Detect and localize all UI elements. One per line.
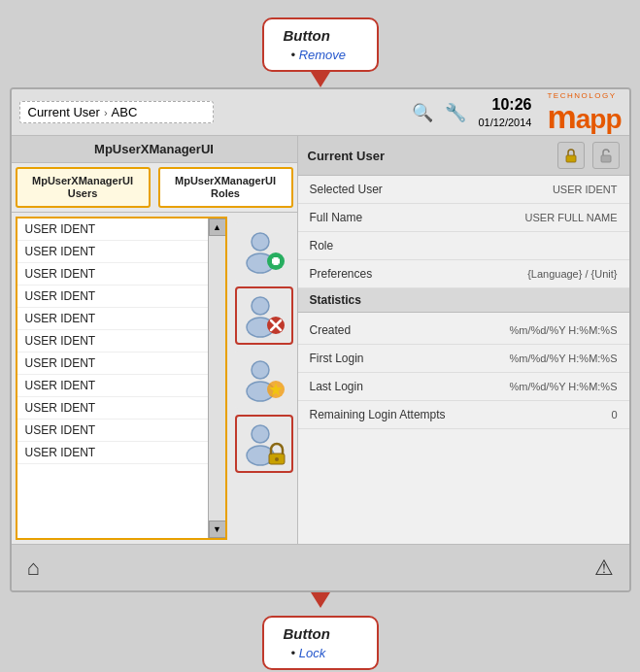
lock-icon [563,148,579,163]
bottom-bar: ⌂ ⚠ [12,544,629,590]
user-list-container: USER IDENTUSER IDENTUSER IDENTUSER IDENT… [16,217,227,540]
stat-value: %m/%d/%Y H:%M:%S [465,324,618,336]
main-screen: Current User › ABC 🔍 🔧 10:26 01/12/2014 … [10,87,631,592]
warning-button[interactable]: ⚠ [594,555,614,581]
breadcrumb: Current User › ABC [19,101,214,123]
breadcrumb-abc: ABC [112,105,138,119]
svg-rect-18 [566,155,576,162]
callout-top-item: Remove [284,48,357,62]
info-row: Role [298,232,629,260]
callout-bottom: Button Lock [262,616,379,670]
stat-label: Created [310,323,465,337]
statistics-header: Statistics [298,288,629,313]
left-panel-content: USER IDENTUSER IDENTUSER IDENTUSER IDENT… [12,213,297,544]
remove-user-icon [241,292,287,339]
stat-label: Last Login [310,380,465,393]
header-time: 10:26 01/12/2014 [478,95,531,129]
edit-user-icon [241,356,287,403]
svg-point-14 [252,425,269,443]
bottom-arrow [311,592,330,608]
info-row: Selected UserUSER IDENT [298,176,629,204]
info-row: Preferences{Language} / {Unit} [298,260,629,288]
header-bar: Current User › ABC 🔍 🔧 10:26 01/12/2014 … [12,89,629,136]
user-list: USER IDENTUSER IDENTUSER IDENTUSER IDENT… [17,218,208,538]
remove-user-button[interactable] [235,286,293,345]
callout-top-box: Button Remove [262,17,379,72]
field-value: {Language} / {Unit} [465,268,618,280]
scroll-down-button[interactable]: ▼ [209,521,225,538]
stat-value: %m/%d/%Y H:%M:%S [465,353,618,364]
list-item[interactable]: USER IDENT [17,420,208,442]
mapp-logo: TECHNOLOGY mapp [547,92,621,133]
svg-point-0 [252,233,269,251]
user-list-scrollbar: ▲ ▼ [208,218,225,538]
left-panel-header: MpUserXManagerUI [12,136,297,163]
scroll-track [209,236,225,521]
stat-label: First Login [310,352,465,365]
stat-row: Created%m/%d/%Y H:%M:%S [298,317,629,345]
page-wrapper: Button Remove Current User › ABC 🔍 🔧 10:… [0,10,640,670]
stat-row: First Login%m/%d/%Y H:%M:%S [298,345,629,373]
add-user-icon [241,228,287,275]
search-icon[interactable]: 🔍 [412,102,433,123]
list-item[interactable]: USER IDENT [17,353,208,375]
callout-top: Button Remove [262,17,379,87]
list-item[interactable]: USER IDENT [17,286,208,308]
stat-row: Last Login%m/%d/%Y H:%M:%S [298,373,629,401]
tab-roles[interactable]: MpUserXManagerUI Roles [158,167,293,208]
breadcrumb-arrow: › [104,107,108,118]
scroll-up-button[interactable]: ▲ [209,218,225,236]
list-item[interactable]: USER IDENT [17,218,208,241]
unlock-icon-button[interactable] [592,142,620,169]
list-item[interactable]: USER IDENT [17,330,208,353]
list-item[interactable]: USER IDENT [17,263,208,286]
left-panel-tabs: MpUserXManagerUI Users MpUserXManagerUI … [12,163,297,213]
content-area: MpUserXManagerUI MpUserXManagerUI Users … [12,136,629,544]
callout-top-title: Button [284,27,357,44]
time-display: 10:26 [478,95,531,116]
action-buttons [231,213,297,544]
list-item[interactable]: USER IDENT [17,397,208,420]
svg-rect-19 [601,155,611,162]
right-panel-rows: Selected UserUSER IDENTFull NameUSER FUL… [298,176,629,544]
date-display: 01/12/2014 [478,116,531,129]
svg-point-10 [252,361,269,379]
list-item[interactable]: USER IDENT [17,442,208,464]
stat-label: Remaining Login Attempts [310,408,465,421]
callout-top-arrow [311,72,330,87]
list-item[interactable]: USER IDENT [17,308,208,330]
info-row: Full NameUSER FULL NAME [298,204,629,232]
edit-user-button[interactable] [235,351,293,409]
right-panel-title: Current User [308,149,385,163]
lock-user-icon [241,420,287,467]
field-label: Selected User [310,183,465,196]
field-label: Role [310,239,465,252]
callout-bottom-title: Button [284,625,357,642]
add-user-button[interactable] [235,222,293,281]
breadcrumb-current: Current User [28,105,100,119]
settings-icon[interactable]: 🔧 [445,102,466,123]
field-value: USER FULL NAME [465,212,618,223]
callout-bottom-item: Lock [284,646,357,660]
lock-icon-button[interactable] [557,142,585,169]
right-panel-header: Current User [298,136,629,176]
right-panel-icons [557,142,620,169]
svg-point-5 [252,297,269,315]
field-label: Preferences [310,267,465,281]
field-label: Full Name [310,211,465,224]
stat-row: Remaining Login Attempts0 [298,401,629,429]
right-panel: Current User [298,136,629,544]
header-icons: 🔍 🔧 10:26 01/12/2014 TECHNOLOGY mapp [412,92,621,133]
left-panel: MpUserXManagerUI MpUserXManagerUI Users … [12,136,298,544]
unlock-icon [598,148,614,163]
stat-value: %m/%d/%Y H:%M:%S [465,381,618,392]
tab-users[interactable]: MpUserXManagerUI Users [16,167,151,208]
field-value: USER IDENT [465,184,618,195]
list-item[interactable]: USER IDENT [17,241,208,263]
stat-value: 0 [465,409,618,420]
lock-user-button[interactable] [235,415,293,473]
svg-point-17 [275,457,279,461]
home-button[interactable]: ⌂ [27,555,40,581]
callout-bottom-box: Button Lock [262,616,379,670]
list-item[interactable]: USER IDENT [17,375,208,397]
